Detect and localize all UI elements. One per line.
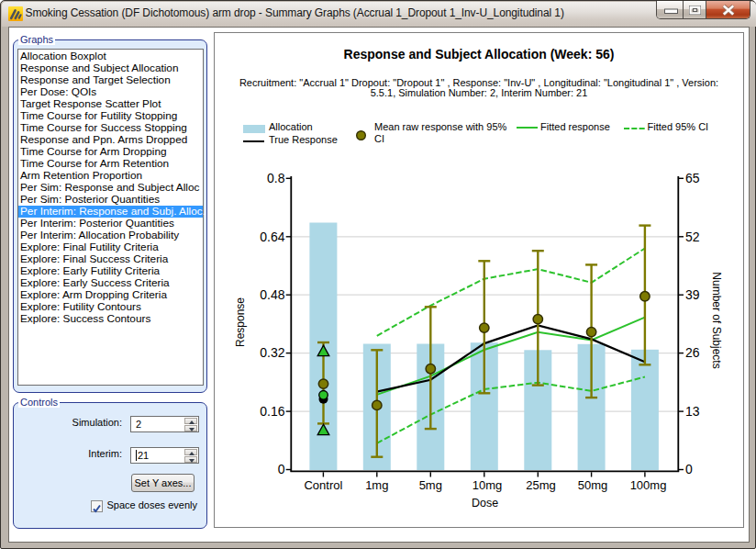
svg-text:26: 26 <box>685 345 700 360</box>
svg-text:0.16: 0.16 <box>260 404 284 419</box>
svg-text:0: 0 <box>685 462 693 476</box>
svg-text:0.48: 0.48 <box>260 287 284 302</box>
svg-text:0.64: 0.64 <box>260 230 284 244</box>
svg-text:Control: Control <box>304 478 342 492</box>
svg-text:Dose: Dose <box>472 497 498 510</box>
svg-text:52: 52 <box>685 230 700 244</box>
svg-text:1mg: 1mg <box>365 478 388 492</box>
svg-text:100mg: 100mg <box>630 478 667 492</box>
svg-text:39: 39 <box>685 287 700 302</box>
svg-text:13: 13 <box>685 404 700 419</box>
svg-text:0.8: 0.8 <box>267 171 285 185</box>
svg-text:65: 65 <box>685 171 700 185</box>
svg-text:50mg: 50mg <box>578 478 608 492</box>
svg-text:Number of Subjects: Number of Subjects <box>710 272 723 368</box>
svg-text:5mg: 5mg <box>419 478 442 492</box>
svg-text:Response: Response <box>234 297 247 347</box>
svg-text:0: 0 <box>278 462 285 476</box>
svg-text:25mg: 25mg <box>526 478 556 492</box>
svg-text:0.32: 0.32 <box>260 345 284 360</box>
svg-text:10mg: 10mg <box>472 478 503 492</box>
